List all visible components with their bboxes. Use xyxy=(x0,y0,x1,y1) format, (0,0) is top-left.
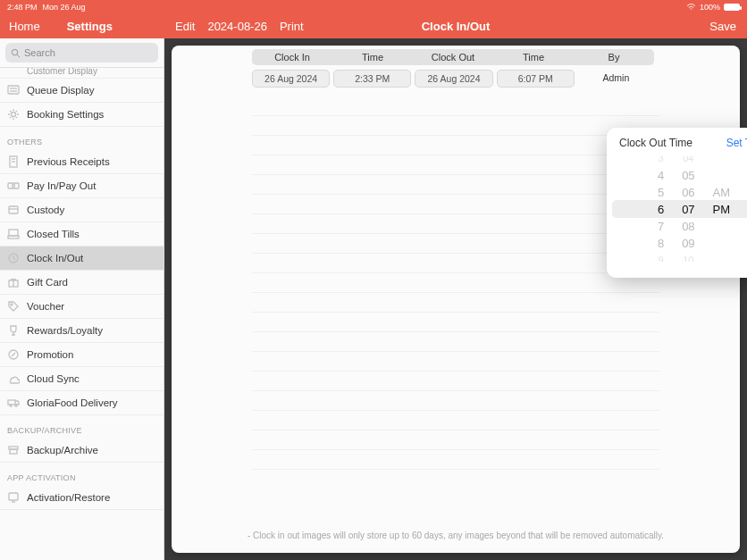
gift-icon xyxy=(7,276,20,288)
sidebar-item-pay-in-out[interactable]: Pay In/Pay Out xyxy=(0,174,164,198)
battery-icon xyxy=(724,4,740,11)
settings-button[interactable]: Settings xyxy=(67,20,113,33)
sidebar-item-promotion[interactable]: Promotion xyxy=(0,343,164,367)
till-icon xyxy=(7,228,20,240)
svg-point-10 xyxy=(13,185,15,188)
col-time-out: Time xyxy=(493,49,574,65)
delivery-icon xyxy=(7,397,20,409)
sidebar-item-gift-card[interactable]: Gift Card xyxy=(0,271,164,295)
cloud-icon xyxy=(7,372,20,385)
search-icon xyxy=(11,48,21,58)
promotion-icon xyxy=(7,348,20,361)
clock-in-time-field[interactable]: 2:33 PM xyxy=(333,70,411,88)
wifi-icon xyxy=(686,4,696,11)
trophy-icon xyxy=(7,324,20,337)
clock-icon xyxy=(7,252,20,264)
sidebar-item-backup[interactable]: Backup/Archive xyxy=(0,439,164,463)
svg-point-22 xyxy=(15,405,17,406)
col-time-in: Time xyxy=(332,49,413,65)
restore-icon xyxy=(7,491,20,504)
sidebar-list[interactable]: Customer Display Queue Display Booking S… xyxy=(0,68,164,560)
svg-point-5 xyxy=(12,113,16,117)
sidebar-item-queue-display[interactable]: Queue Display xyxy=(0,79,164,103)
search-input[interactable]: Search xyxy=(5,43,158,63)
section-others: OTHERS xyxy=(0,127,164,150)
hour-wheel[interactable]: 3 4 5 6 7 8 9 xyxy=(658,156,664,262)
time-wheel[interactable]: 3 4 5 6 7 8 9 04 05 06 07 08 09 xyxy=(607,156,747,262)
nav-date[interactable]: 2024-08-26 xyxy=(207,20,267,33)
col-clock-in: Clock In xyxy=(252,49,332,65)
print-button[interactable]: Print xyxy=(280,20,304,33)
popover-title: Clock Out Time xyxy=(619,137,692,149)
receipt-icon xyxy=(7,155,20,168)
minute-wheel[interactable]: 04 05 06 07 08 09 10 xyxy=(682,156,694,262)
svg-rect-24 xyxy=(10,449,17,454)
clock-out-date-field[interactable]: 26 Aug 2024 xyxy=(415,70,492,88)
top-bar: Home Settings Edit 2024-08-26 Print Cloc… xyxy=(0,13,747,38)
sidebar-item-voucher[interactable]: Voucher xyxy=(0,295,164,319)
gear-icon xyxy=(7,108,20,121)
svg-rect-20 xyxy=(8,400,15,405)
time-picker-popover: Clock Out Time Set Time 3 4 5 6 7 8 9 xyxy=(607,128,747,278)
sidebar-item-customer-display[interactable]: Customer Display xyxy=(0,68,164,79)
tag-icon xyxy=(7,300,20,313)
edit-button[interactable]: Edit xyxy=(175,20,195,33)
search-placeholder: Search xyxy=(24,47,55,58)
svg-rect-11 xyxy=(9,206,18,213)
sidebar-item-booking-settings[interactable]: Booking Settings xyxy=(0,103,164,127)
section-backup: BACKUP/ARCHIVE xyxy=(0,415,164,439)
section-activation: APP ACTIVATION xyxy=(0,463,164,486)
archive-icon xyxy=(7,444,20,456)
svg-rect-13 xyxy=(9,230,18,236)
ios-status-bar: 2:48 PM Mon 26 Aug 100% xyxy=(0,0,747,13)
footnote: - Clock in out images will only store up… xyxy=(172,522,740,553)
content-sheet: Clock In Time Clock Out Time By 26 Aug 2… xyxy=(172,46,740,553)
money-icon xyxy=(7,180,20,192)
sidebar-item-previous-receipts[interactable]: Previous Receipts xyxy=(0,150,164,174)
ampm-wheel[interactable]: AM PM xyxy=(713,156,731,262)
status-time: 2:48 PM xyxy=(7,3,38,12)
sidebar-item-closed-tills[interactable]: Closed Tills xyxy=(0,222,164,247)
sidebar-item-custody[interactable]: Custody xyxy=(0,198,164,222)
svg-rect-2 xyxy=(8,86,19,94)
sidebar-item-activation[interactable]: Activation/Restore xyxy=(0,486,164,510)
home-button[interactable]: Home xyxy=(9,20,40,33)
sidebar-item-cloud-sync[interactable]: Cloud Sync xyxy=(0,367,164,391)
main-panel: Clock In Time Clock Out Time By 26 Aug 2… xyxy=(164,38,747,560)
clock-in-date-field[interactable]: 26 Aug 2024 xyxy=(252,70,330,88)
grid-row: 26 Aug 2024 2:33 PM 26 Aug 2024 6:07 PM … xyxy=(252,70,654,88)
sidebar-item-clock-in-out[interactable]: Clock In/Out xyxy=(0,247,164,271)
queue-icon xyxy=(7,84,20,96)
svg-rect-14 xyxy=(8,236,19,238)
custody-icon xyxy=(7,204,20,216)
status-date: Mon 26 Aug xyxy=(43,3,86,12)
col-clock-out: Clock Out xyxy=(413,49,493,65)
svg-point-21 xyxy=(10,405,12,406)
svg-point-0 xyxy=(12,49,17,54)
battery-pct: 100% xyxy=(700,3,720,12)
by-label: Admin xyxy=(578,70,654,88)
sidebar: Search Customer Display Queue Display Bo… xyxy=(0,38,164,560)
svg-rect-25 xyxy=(9,493,18,500)
svg-line-1 xyxy=(17,54,20,57)
sidebar-item-gloriafood[interactable]: GloriaFood Delivery xyxy=(0,391,164,415)
svg-point-18 xyxy=(11,304,13,305)
set-time-button[interactable]: Set Time xyxy=(726,137,747,149)
clock-out-time-field[interactable]: 6:07 PM xyxy=(497,70,575,88)
col-by: By xyxy=(574,49,654,65)
save-button[interactable]: Save xyxy=(709,20,736,33)
sidebar-item-rewards[interactable]: Rewards/Loyalty xyxy=(0,319,164,343)
grid-header: Clock In Time Clock Out Time By xyxy=(252,49,654,65)
